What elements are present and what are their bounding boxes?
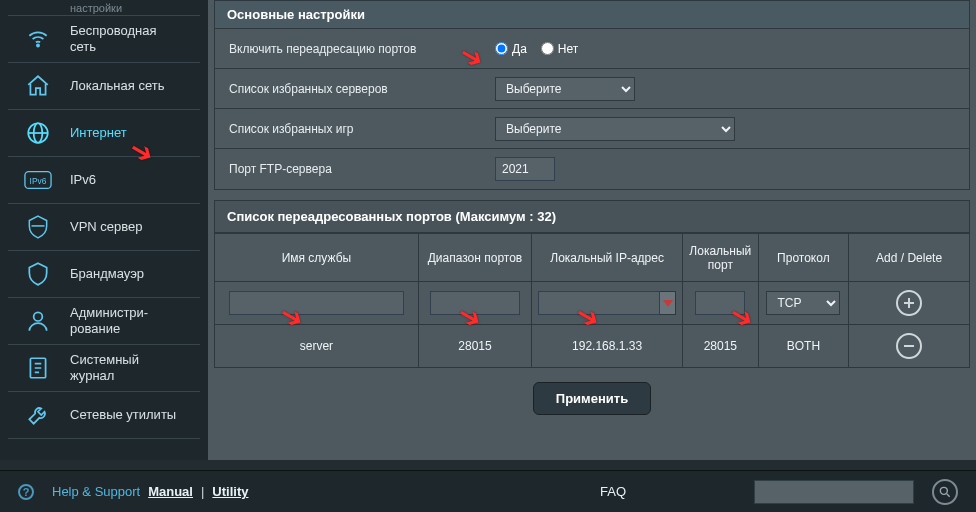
svg-point-5 [34,312,43,321]
input-local-port[interactable] [695,291,745,315]
col-protocol: Протокол [758,234,849,282]
faq-link[interactable]: FAQ [600,484,626,499]
svg-marker-7 [663,300,673,307]
sidebar-item-label: Брандмауэр [70,266,144,282]
sidebar-item-internet[interactable]: Интернет [8,110,200,157]
sidebar-item-label: Интернет [70,125,127,141]
fav-games-select[interactable]: Выберите [495,117,735,141]
fav-servers-select[interactable]: Выберите [495,77,635,101]
utility-link[interactable]: Utility [212,484,248,499]
radio-no-label: Нет [558,42,578,56]
port-data-row: server 28015 192.168.1.33 28015 BOTH [215,325,970,368]
apply-button[interactable]: Применить [533,382,651,415]
help-icon: ? [18,484,34,500]
globe-icon [24,119,52,147]
ftp-port-input[interactable] [495,157,555,181]
radio-no-input[interactable] [541,42,554,55]
sidebar-item-syslog[interactable]: Системный журнал [8,345,200,392]
port-section-header: Список переадресованных портов (Максимум… [214,200,970,233]
footer: ? Help & Support Manual | Utility FAQ [0,470,976,512]
input-service-name[interactable] [229,291,405,315]
sidebar-item-vpn[interactable]: VPN сервер [8,204,200,251]
radio-yes-label: Да [512,42,527,56]
port-input-row: TCP [215,282,970,325]
wrench-icon [24,401,52,429]
col-local-port: Локальный порт [683,234,759,282]
footer-separator: | [201,484,204,499]
shield-icon [24,260,52,288]
radio-yes-input[interactable] [495,42,508,55]
row-enable-port-forward: Включить переадресацию портов Да Нет [215,29,969,69]
input-local-ip[interactable] [538,291,660,315]
sidebar-item-label: Локальная сеть [70,78,164,94]
radio-yes[interactable]: Да [495,42,527,56]
cell-protocol: BOTH [758,325,849,368]
svg-point-0 [37,44,39,46]
ip-dropdown-button[interactable] [660,291,676,315]
cell-local-port: 28015 [683,325,759,368]
journal-icon [24,354,52,382]
sidebar-item-label: VPN сервер [70,219,143,235]
footer-search-input[interactable] [754,480,914,504]
cell-port-range: 28015 [418,325,531,368]
user-icon [24,307,52,335]
wifi-icon [24,25,52,53]
manual-link[interactable]: Manual [148,484,193,499]
row-label: Порт FTP-сервера [215,152,485,186]
row-fav-servers: Список избранных серверов Выберите [215,69,969,109]
radio-no[interactable]: Нет [541,42,578,56]
input-protocol[interactable]: TCP [766,291,840,315]
footer-search-button[interactable] [932,479,958,505]
input-port-range[interactable] [430,291,520,315]
col-service-name: Имя службы [215,234,419,282]
row-ftp-port: Порт FTP-сервера [215,149,969,189]
ipv6-icon: IPv6 [24,166,52,194]
sidebar-item-label: настройки [70,2,122,14]
sidebar-item-label: Сетевые утилиты [70,407,176,423]
row-label: Список избранных игр [215,112,485,146]
sidebar-item-label: Системный журнал [70,352,139,383]
panel-title: Основные настройки [214,0,970,29]
sidebar-item-label: IPv6 [70,172,96,188]
sidebar-item-admin[interactable]: Администри- рование [8,298,200,345]
sidebar-item-ipv6[interactable]: IPv6 IPv6 [8,157,200,204]
help-support-label: Help & Support [52,484,140,499]
row-label: Список избранных серверов [215,72,485,106]
row-label: Включить переадресацию портов [215,32,485,66]
col-actions: Add / Delete [849,234,970,282]
sidebar-item-nettools[interactable]: Сетевые утилиты [8,392,200,439]
sidebar-item-lan[interactable]: Локальная сеть [8,63,200,110]
port-forward-table: Имя службы Диапазон портов Локальный IP-… [214,233,970,368]
sidebar-item-wireless[interactable]: Беспроводная сеть [8,16,200,63]
cell-service-name: server [215,325,419,368]
home-icon [24,72,52,100]
vpn-icon [24,213,52,241]
sidebar-item-firewall[interactable]: Брандмауэр [8,251,200,298]
sidebar: настройки Беспроводная сеть Локальная се… [0,0,208,460]
svg-point-8 [940,487,947,494]
delete-button[interactable] [896,333,922,359]
row-fav-games: Список избранных игр Выберите [215,109,969,149]
cell-local-ip: 192.168.1.33 [532,325,683,368]
sidebar-item-label: Беспроводная сеть [70,23,157,54]
col-port-range: Диапазон портов [418,234,531,282]
col-local-ip: Локальный IP-адрес [532,234,683,282]
sidebar-item-label: Администри- рование [70,305,148,336]
sidebar-item-truncated: настройки [8,0,200,16]
svg-text:IPv6: IPv6 [30,176,47,186]
add-button[interactable] [896,290,922,316]
main-panel: Основные настройки Включить переадресаци… [208,0,976,460]
